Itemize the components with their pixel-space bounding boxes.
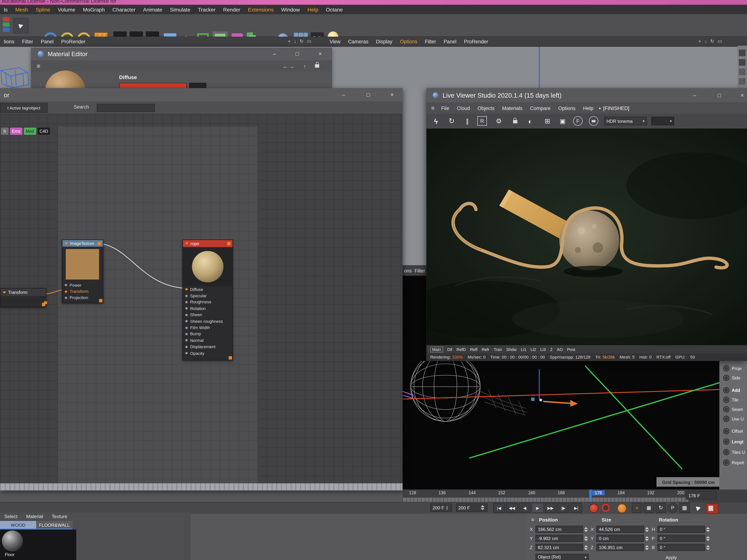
option-row-seam[interactable]: Seam	[723, 406, 747, 412]
active-tag-button[interactable]: t Active tag/object	[0, 103, 48, 113]
option-row-tile[interactable]: Tile	[723, 397, 747, 403]
pos-x-field[interactable]: 166.562 cm	[535, 526, 583, 533]
record-rotation-button[interactable]: ↻	[655, 503, 666, 513]
node-editor-scroll-strip[interactable]	[0, 483, 403, 490]
chip-other[interactable]: h	[1, 128, 8, 135]
timeline-ruler[interactable]: 128 136 144 152 160 168 176 184 192 200 …	[403, 489, 747, 502]
collapse-arrow-icon[interactable]	[64, 242, 68, 245]
vp-frame-icon[interactable]: ▭	[307, 38, 311, 44]
vp-menu-display[interactable]: Display	[372, 38, 396, 44]
color-strip[interactable]	[119, 83, 187, 88]
pass-main[interactable]: Main	[430, 346, 443, 352]
option-row-proje[interactable]: Proje	[723, 365, 747, 371]
menu-expand-arrow-icon[interactable]: ▸	[599, 106, 601, 111]
stepper-icon[interactable]	[481, 505, 485, 510]
resize-grip[interactable]	[99, 299, 102, 302]
minimize-button[interactable]: –	[269, 50, 280, 58]
prop-rotation[interactable]: Rotation	[183, 305, 232, 312]
record-keyframe-button[interactable]	[589, 504, 598, 513]
option-row-side[interactable]: Side	[723, 375, 747, 381]
vp-menu-prorender2[interactable]: ProRender	[460, 38, 492, 44]
prop-projection[interactable]: Projection	[62, 295, 103, 301]
hamburger-icon[interactable]: ≡	[431, 105, 434, 111]
mini-dropdown[interactable]	[189, 83, 206, 88]
fragment-filter-label[interactable]: Filter	[414, 268, 425, 273]
record-scale-button[interactable]	[644, 503, 654, 513]
materials-list-area[interactable]: Floor	[0, 529, 76, 560]
vp-menu-filter2[interactable]: Filter	[421, 38, 440, 44]
resize-grip[interactable]	[229, 356, 232, 359]
pass-refr[interactable]: Refr	[482, 347, 489, 352]
prop-bump[interactable]: Bump	[183, 331, 232, 337]
dock-icon[interactable]	[739, 78, 746, 85]
node-editor-titlebar[interactable]: or – □ ×	[0, 88, 403, 102]
menu-item-spline[interactable]: Spline	[32, 7, 54, 12]
size-y-stepper[interactable]	[645, 535, 649, 542]
menu-item-mograph[interactable]: MoGraph	[79, 7, 108, 12]
pass-shdw[interactable]: Shdw	[506, 347, 517, 352]
pass-post[interactable]: Post	[567, 347, 575, 352]
prop-roughness[interactable]: Roughness	[183, 299, 232, 305]
autokey-button[interactable]	[602, 504, 610, 512]
vp-sync-icon[interactable]: ↻	[300, 38, 304, 44]
tab-floorwall[interactable]: FLOOR&WALL	[36, 521, 72, 529]
keyframe-grid-button[interactable]: ▦	[679, 503, 690, 513]
collapse-arrow-icon[interactable]	[185, 242, 189, 245]
lock-resolution-icon[interactable]	[509, 115, 521, 126]
object-mode-dropdown[interactable]: Object (Rel) ▾	[535, 554, 589, 560]
render-region-icon[interactable]: ◐	[524, 116, 536, 126]
restart-render-icon[interactable]: ϟ	[430, 116, 442, 126]
vp-download-icon[interactable]: ↓	[294, 38, 296, 44]
menu-item-volume[interactable]: Volume	[54, 7, 79, 12]
settings-gear-icon[interactable]: ⚙	[493, 116, 505, 126]
live-viewer-titlebar[interactable]: Live Viewer Studio 2020.1.4 (15 days lef…	[426, 88, 747, 103]
tab-wood[interactable]: WOOD	[0, 521, 36, 529]
prop-power[interactable]: Power	[62, 282, 103, 288]
pass-z[interactable]: Z	[550, 347, 553, 352]
pos-z-field[interactable]: 62.321 cm	[535, 544, 583, 551]
transform-node[interactable]: Transform	[0, 288, 46, 307]
lv-menu-compare[interactable]: Compare	[526, 105, 554, 111]
back-arrow-icon[interactable]: ←	[283, 63, 288, 69]
prop-sheen[interactable]: Sheen	[183, 312, 232, 318]
dock-icon[interactable]	[739, 59, 746, 66]
up-arrow-icon[interactable]: ↑	[304, 63, 306, 69]
vp-menu-cameras[interactable]: Cameras	[344, 38, 372, 44]
menu-item-mesh[interactable]: Mesh	[11, 7, 32, 12]
dock-icon[interactable]	[739, 69, 746, 75]
reset-icon[interactable]: R	[478, 116, 487, 126]
lv-menu-objects[interactable]: Objects	[474, 105, 498, 111]
pass-dif[interactable]: Dif	[447, 347, 452, 352]
focus-picker-icon[interactable]: F	[573, 116, 583, 126]
main-3d-viewport[interactable]	[403, 361, 719, 489]
pass-refl[interactable]: Refl	[470, 347, 477, 352]
materials-menu-material[interactable]: Material	[22, 513, 47, 519]
vp2-frame-icon[interactable]: ▭	[718, 38, 722, 44]
hamburger-icon[interactable]: ≡	[37, 62, 41, 70]
prop-normal[interactable]: Normal	[183, 337, 232, 344]
lv-menu-cloud[interactable]: Cloud	[453, 105, 474, 111]
size-z-stepper[interactable]	[645, 544, 649, 551]
goto-end-button[interactable]: ▶|	[570, 503, 582, 513]
lv-menu-help[interactable]: Help	[579, 105, 597, 111]
rot-p-stepper[interactable]	[706, 535, 710, 542]
timeline-ticks[interactable]	[403, 498, 689, 502]
film-region-icon[interactable]: ▣	[557, 116, 568, 126]
minimize-button[interactable]: –	[689, 91, 700, 99]
fragment-options-label[interactable]: ons	[404, 268, 412, 273]
option-row-add[interactable]: Add	[723, 387, 747, 393]
pass-li1[interactable]: Li1	[521, 347, 526, 352]
material-editor-titlebar[interactable]: Material Editor – □ ×	[31, 48, 332, 61]
menu-item-extensions[interactable]: Extensions	[244, 7, 278, 12]
play-button[interactable]: ▶	[532, 503, 544, 513]
pos-x-stepper[interactable]	[584, 526, 588, 533]
menu-item-window[interactable]: Window	[277, 7, 304, 12]
floor-material-swatch[interactable]	[2, 531, 23, 552]
vp-menu-panel2[interactable]: Panel	[440, 38, 460, 44]
render-preview-icon[interactable]	[706, 503, 719, 514]
vp-menu-tions[interactable]: tions	[0, 38, 18, 44]
octane-render-view[interactable]	[426, 129, 747, 345]
option-row-tilesu[interactable]: Tiles U	[723, 449, 747, 455]
rot-b-field[interactable]: 0 °	[658, 544, 705, 551]
menu-item-help[interactable]: Help	[304, 7, 322, 12]
